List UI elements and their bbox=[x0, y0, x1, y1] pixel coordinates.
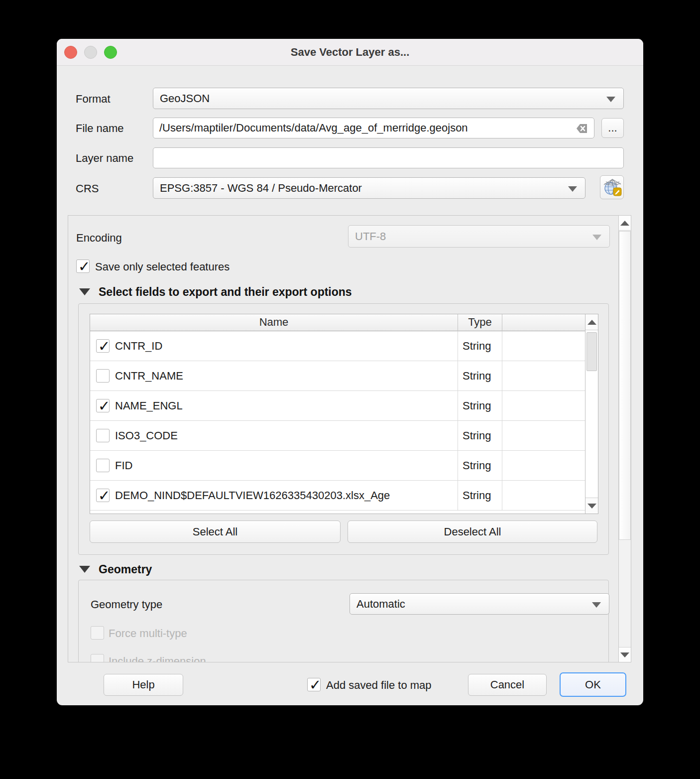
ok-button[interactable]: OK bbox=[560, 672, 626, 697]
file-name-input[interactable]: /Users/maptiler/Documents/data/Avg_age_o… bbox=[153, 118, 594, 138]
chevron-down-icon bbox=[568, 186, 577, 192]
fields-table-scrollbar[interactable] bbox=[585, 314, 598, 514]
column-header-name[interactable]: Name bbox=[90, 314, 458, 331]
field-checkbox[interactable] bbox=[96, 399, 110, 412]
ok-label: OK bbox=[561, 678, 625, 691]
field-type: String bbox=[458, 451, 502, 480]
field-name-cell: CNTR_NAME bbox=[90, 361, 458, 390]
triangle-up-icon bbox=[587, 320, 596, 325]
browse-file-label: ... bbox=[602, 122, 623, 134]
triangle-down-icon bbox=[587, 504, 596, 509]
table-row[interactable]: DEMO_NIND$DEFAULTVIEW1626335430203.xlsx_… bbox=[90, 481, 585, 511]
field-name: FID bbox=[115, 459, 132, 472]
scroll-down-button[interactable] bbox=[619, 647, 631, 662]
fields-table: Name Type CNTR_ID String CNTR_NAME Strin… bbox=[90, 314, 598, 514]
add-saved-file-label[interactable]: Add saved file to map bbox=[326, 679, 432, 692]
titlebar[interactable]: Save Vector Layer as... bbox=[57, 39, 643, 66]
field-type: String bbox=[458, 391, 502, 420]
save-only-selected-label[interactable]: Save only selected features bbox=[95, 260, 230, 273]
table-row[interactable]: NAME_ENGL String bbox=[90, 391, 585, 421]
include-z-dimension-label: Include z-dimension bbox=[109, 655, 206, 662]
field-name-cell: FID bbox=[90, 451, 458, 480]
geometry-groupbox: Geometry type Automatic Force multi-type… bbox=[78, 580, 609, 662]
format-dropdown[interactable]: GeoJSON bbox=[153, 88, 624, 109]
format-label: Format bbox=[76, 93, 111, 106]
layer-name-input[interactable] bbox=[153, 147, 624, 168]
fields-groupbox: Name Type CNTR_ID String CNTR_NAME Strin… bbox=[78, 303, 609, 555]
chevron-down-icon bbox=[592, 235, 601, 240]
help-label: Help bbox=[104, 678, 183, 691]
triangle-up-icon bbox=[620, 221, 629, 226]
column-header-type[interactable]: Type bbox=[458, 314, 502, 331]
field-name: DEMO_NIND$DEFAULTVIEW1626335430203.xlsx_… bbox=[115, 489, 390, 502]
cancel-button[interactable]: Cancel bbox=[468, 674, 547, 696]
clear-field-icon[interactable] bbox=[572, 123, 588, 134]
scroll-down-button[interactable] bbox=[585, 498, 598, 514]
encoding-value: UTF-8 bbox=[355, 230, 386, 243]
crs-picker-button[interactable] bbox=[600, 175, 624, 199]
options-scroll-area: Encoding UTF-8 Save only selected featur… bbox=[68, 215, 631, 662]
field-type: String bbox=[458, 361, 502, 390]
field-type: String bbox=[458, 481, 502, 510]
layer-name-label: Layer name bbox=[76, 152, 133, 165]
chevron-down-icon bbox=[606, 97, 615, 102]
field-type: String bbox=[458, 331, 502, 361]
dialog-title: Save Vector Layer as... bbox=[57, 39, 643, 66]
add-saved-file-checkbox[interactable] bbox=[307, 678, 321, 691]
field-name-cell: ISO3_CODE bbox=[90, 421, 458, 450]
help-button[interactable]: Help bbox=[104, 674, 183, 696]
field-type: String bbox=[458, 421, 502, 450]
crs-dropdown[interactable]: EPSG:3857 - WGS 84 / Pseudo-Mercator bbox=[153, 177, 585, 199]
geometry-section-title[interactable]: Geometry bbox=[99, 563, 152, 576]
force-multi-type-label: Force multi-type bbox=[109, 627, 187, 640]
field-checkbox[interactable] bbox=[96, 369, 110, 383]
include-z-dimension-checkbox bbox=[91, 654, 104, 662]
dialog-footer: Help Add saved file to map Cancel OK bbox=[57, 662, 643, 705]
screen-background: Save Vector Layer as... Format GeoJSON F… bbox=[0, 0, 700, 779]
save-vector-layer-dialog: Save Vector Layer as... Format GeoJSON F… bbox=[57, 39, 643, 705]
scroll-up-button[interactable] bbox=[585, 314, 598, 330]
crs-label: CRS bbox=[76, 182, 99, 195]
scrollbar-thumb[interactable] bbox=[619, 231, 631, 540]
field-name: CNTR_NAME bbox=[115, 370, 183, 383]
select-all-button[interactable]: Select All bbox=[90, 520, 341, 543]
scrollbar-thumb[interactable] bbox=[586, 332, 597, 371]
field-name: ISO3_CODE bbox=[115, 429, 178, 442]
crs-value: EPSG:3857 - WGS 84 / Pseudo-Mercator bbox=[160, 182, 362, 195]
save-only-selected-checkbox[interactable] bbox=[76, 260, 90, 273]
options-content: Encoding UTF-8 Save only selected featur… bbox=[68, 216, 619, 662]
table-row[interactable]: FID String bbox=[90, 451, 585, 481]
scroll-up-button[interactable] bbox=[619, 216, 631, 231]
table-row[interactable]: CNTR_ID String bbox=[90, 331, 585, 361]
field-name-cell: DEMO_NIND$DEFAULTVIEW1626335430203.xlsx_… bbox=[90, 481, 458, 510]
options-scrollbar[interactable] bbox=[618, 216, 631, 662]
field-name-cell: CNTR_ID bbox=[90, 331, 458, 361]
geometry-type-label: Geometry type bbox=[91, 598, 162, 611]
field-name: NAME_ENGL bbox=[115, 399, 183, 412]
format-value: GeoJSON bbox=[160, 92, 210, 105]
field-checkbox[interactable] bbox=[96, 429, 110, 442]
triangle-down-icon bbox=[620, 652, 629, 657]
field-checkbox[interactable] bbox=[96, 489, 110, 502]
file-name-value: /Users/maptiler/Documents/data/Avg_age_o… bbox=[159, 122, 468, 134]
fields-section-title[interactable]: Select fields to export and their export… bbox=[99, 285, 352, 299]
file-name-label: File name bbox=[76, 122, 124, 135]
deselect-all-button[interactable]: Deselect All bbox=[348, 520, 597, 543]
fields-section-collapse-icon[interactable] bbox=[79, 288, 90, 295]
globe-projection-edit-icon bbox=[603, 178, 622, 197]
encoding-label: Encoding bbox=[76, 232, 122, 245]
fields-table-header: Name Type bbox=[90, 314, 585, 331]
field-checkbox[interactable] bbox=[96, 459, 110, 472]
field-checkbox[interactable] bbox=[96, 339, 110, 353]
table-row[interactable]: CNTR_NAME String bbox=[90, 361, 585, 391]
geometry-section-collapse-icon[interactable] bbox=[79, 566, 90, 573]
field-name-cell: NAME_ENGL bbox=[90, 391, 458, 420]
geometry-type-dropdown[interactable]: Automatic bbox=[350, 593, 609, 615]
deselect-all-label: Deselect All bbox=[348, 525, 597, 538]
cancel-label: Cancel bbox=[468, 678, 546, 691]
encoding-dropdown: UTF-8 bbox=[348, 225, 610, 248]
force-multi-type-checkbox bbox=[91, 626, 104, 640]
table-row[interactable]: ISO3_CODE String bbox=[90, 421, 585, 451]
browse-file-button[interactable]: ... bbox=[601, 118, 624, 138]
field-name: CNTR_ID bbox=[115, 340, 162, 353]
